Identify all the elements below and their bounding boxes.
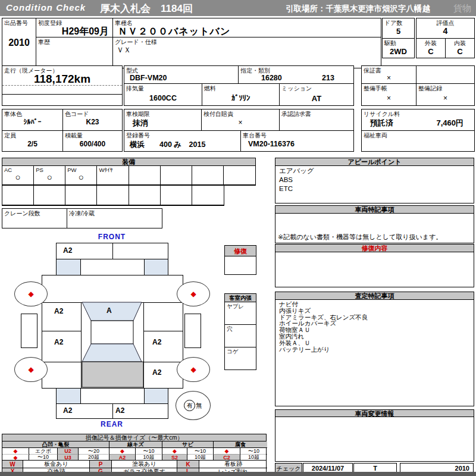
displacement-label: 排気量: [126, 84, 144, 93]
welfare-vehicle-label: 福祉車両: [364, 131, 387, 140]
lot-number-value: 2010: [2, 37, 36, 48]
footer-bar: [0, 472, 476, 476]
divider: [112, 404, 113, 418]
damage-mark-left-door: A2: [54, 338, 63, 346]
wheel-front-left: ◆: [14, 281, 48, 306]
appeal-line: ETC: [279, 184, 314, 193]
history-label: 車歴: [38, 38, 50, 46]
car-body-outline: A A2 A2 A2 A2: [42, 275, 183, 389]
model-code-value: DBF-VM20: [130, 74, 167, 82]
tire-mark: ◆: [28, 290, 33, 298]
approval-request-label: 承認請求書: [281, 110, 311, 118]
equipment-cell-empty: [129, 166, 161, 185]
capacity-label: 定員: [4, 131, 16, 140]
inspection-value: 抹消: [133, 118, 148, 129]
first-registration-cell: 初度登録 H29年09月: [36, 18, 113, 37]
color-code-label: 色コード: [65, 110, 89, 118]
fridge-cell: 冷凍/冷蔵: [67, 208, 162, 228]
doors-label: ドア数: [384, 19, 402, 27]
vehicle-notes-body: ※記載のない書類・機器等は無しとして取り扱います。: [275, 213, 474, 243]
glass-roof-shapes: [42, 275, 183, 388]
class-value-1: 16280: [261, 74, 282, 82]
mileage-cell: 走行（現メーター） 118,172km: [2, 65, 123, 106]
load-capacity-label: 積載量: [65, 131, 83, 140]
displacement-cell: 排気量 1600CC: [124, 83, 202, 106]
displacement-value: 1600CC: [124, 94, 202, 102]
check-lot: 2010: [455, 465, 469, 472]
crane-label: クレーン段数: [4, 209, 40, 218]
score-cell: 評価点 4: [416, 18, 475, 39]
lot-number-cell: 出品番号 2010: [2, 18, 36, 68]
assessment-line: バッテリー上がり: [279, 346, 368, 353]
exterior-grade-cell: 外装 C: [416, 38, 446, 58]
grade-cell: グレード・仕様 ＶＸ: [112, 37, 381, 68]
equipment-title: 装備: [2, 158, 256, 166]
lot-number-label: 出品番号: [4, 19, 28, 27]
interior-grade-value: C: [446, 47, 474, 56]
insurance-label: 検付自賠責: [203, 110, 233, 118]
side-step-left: [21, 314, 37, 348]
cabin-row-hole: 穴: [224, 324, 256, 347]
front-cowl-strip: [56, 259, 168, 275]
recycle-fee-value: 7,460円: [436, 118, 464, 129]
maintenance-record-value: ×: [416, 94, 474, 102]
interior-grade-cell: 内装 C: [445, 38, 475, 58]
fuel-label: 燃料: [204, 84, 216, 93]
legend-table: 凸凹・亀裂 線キズ サビ 腐食 ◆ エクボ U2 〜20 ◆ 〜10 ◆ 〜10…: [2, 441, 267, 461]
roof-window-shape: [91, 321, 133, 344]
assessment-title: 査定特記事項: [275, 292, 474, 300]
legend-diamond-icon: ◆: [109, 448, 136, 454]
capacity-value: 2/5: [2, 140, 62, 148]
mileage-value: 118,172km: [2, 73, 122, 86]
warranty-extra-cell: [416, 65, 475, 84]
legend-diamond-icon: ◆: [162, 448, 187, 454]
damage-mark-right-quarter: A2: [152, 368, 161, 377]
legend-diamond-icon: ◆: [214, 448, 240, 454]
equipment-cell-empty: [192, 166, 224, 185]
legend-desc-k: 看板跡: [199, 461, 267, 468]
tire-mark: ◆: [190, 290, 196, 298]
legend-cell: エクボ: [29, 448, 58, 454]
recycle-status-value: 預託済: [370, 118, 393, 129]
legend-cell: 10超: [136, 454, 162, 460]
crane-cell: クレーン段数: [2, 208, 67, 228]
diagram-rear-label: REAR: [56, 420, 168, 428]
interior-grade-label: 内装: [446, 39, 474, 48]
equipment-mark: ○: [2, 172, 33, 182]
check-date: 2024/11/07: [303, 465, 352, 472]
inspection-label: 車検期限: [126, 110, 150, 118]
legend-code-k: K: [177, 461, 199, 468]
legend-group-dent: 凸凹・亀裂: [2, 441, 109, 448]
legend-desc-p: 塗装あり: [112, 461, 177, 468]
legend-code: C2: [214, 454, 240, 460]
legend-code: U3: [58, 454, 79, 460]
equipment-cell-ps: PS ○: [34, 166, 65, 185]
auction-condition-sheet: Condition Check 厚木入札会 1184回 引取場所：千葉県木更津市…: [0, 0, 476, 476]
body-color-value: ｼﾙﾊﾞｰ: [2, 118, 62, 126]
class-cell: 指定・類別 16280 213: [238, 65, 354, 84]
legend-code-w: W: [2, 461, 23, 468]
repair-detail-title: 修復内容: [275, 244, 474, 252]
damage-mark-rear-bumper-left: A2: [63, 406, 72, 415]
warranty-value: ×: [362, 74, 416, 82]
fuel-cell: 燃料 ｶﾞｿﾘﾝ: [202, 83, 280, 106]
equipment-grid-row1: AC ○ PS ○ PW ○ Wﾀｲﾔ: [2, 165, 256, 186]
transmission-value: AT: [280, 94, 353, 103]
spare-tire-indicator: 有 無: [176, 391, 211, 420]
legend-group-corrosion: 腐食: [214, 441, 267, 448]
rear-bumper: [56, 403, 168, 419]
fridge-label: 冷凍/冷蔵: [69, 209, 95, 218]
doors-cell: ドア数 5: [382, 18, 415, 39]
legend-group-scratch: 線キズ: [109, 441, 162, 448]
chassis-number-cell: 車台番号 VM20-116376: [240, 130, 354, 152]
wheel-front-right: ◆: [177, 281, 210, 306]
vehicle-notes-title: 車両特記事項: [275, 205, 474, 214]
equipment-cell-empty: [129, 186, 161, 205]
legend-cell: 〜10: [187, 448, 214, 454]
drive-cell: 駆動 2WD: [382, 38, 415, 58]
legend-diamond-icon: ◆: [2, 448, 29, 454]
drive-label: 駆動: [384, 39, 396, 48]
fuel-value: ｶﾞｿﾘﾝ: [202, 94, 279, 102]
cabin-row-label: ヤブレ: [227, 303, 244, 311]
diagram-front-label: FRONT: [56, 233, 168, 241]
